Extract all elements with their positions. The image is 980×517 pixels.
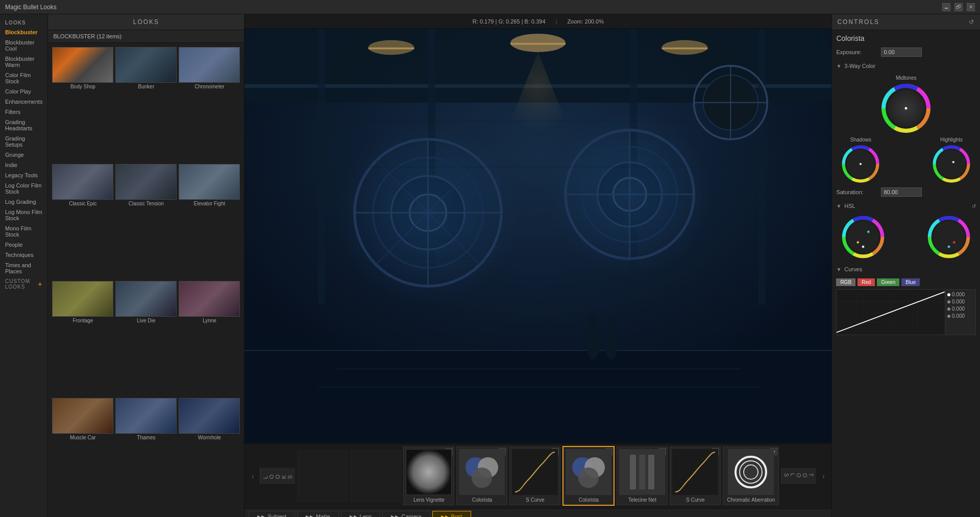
sidebar-item-grunge[interactable]: Grunge (0, 150, 47, 160)
control-tool-title: Colorista (836, 34, 976, 42)
list-item[interactable]: Chronometer (179, 47, 240, 162)
sidebar-item-indie[interactable]: Indie (0, 160, 47, 170)
svg-point-69 (938, 150, 966, 178)
midtones-area: Midtones (836, 75, 976, 134)
look-name: Elevator Fight (194, 200, 226, 207)
shadows-highlights-row: Shadows (836, 137, 976, 183)
curves-svg (837, 290, 945, 335)
tool-empty-slot[interactable] (350, 451, 401, 502)
svg-point-54 (578, 467, 599, 488)
list-item[interactable]: Bunker (115, 47, 177, 162)
scroll-left-arrow[interactable]: ‹ (248, 447, 258, 505)
list-item[interactable]: Elevator Fight (179, 164, 240, 279)
sidebar-item-people[interactable]: People (0, 240, 47, 250)
add-custom-look-icon[interactable]: + (38, 280, 42, 288)
saturation-label: Saturation: (836, 189, 877, 195)
sidebar-item-enhancements[interactable]: Enhancements (0, 97, 47, 107)
preview-image (244, 29, 831, 443)
saturation-input[interactable] (881, 187, 922, 197)
midtones-wheel[interactable] (880, 83, 932, 134)
hsl-wheels-row (836, 215, 976, 259)
shadows-label: Shadows (850, 137, 871, 143)
tool-item-scurve2[interactable]: ✕ S Curve (670, 447, 721, 505)
list-item[interactable]: Body Shop (52, 47, 113, 162)
highlights-wheel[interactable] (932, 145, 971, 183)
nav-subject[interactable]: ▶▶ Subject (249, 511, 295, 517)
nav-camera[interactable]: ▶▶ Camera (382, 511, 430, 517)
tool-item-colorista1[interactable]: ✕ Colorista (456, 447, 507, 505)
preview-area: R: 0.179 | G: 0.265 | B: 0.394 | Zoom: 2… (244, 14, 831, 443)
sidebar-item-log-grading[interactable]: Log Grading (0, 197, 47, 207)
curves-rgb-button[interactable]: RGB (836, 278, 855, 286)
list-item[interactable]: Classic Tension (115, 164, 177, 279)
sidebar-item-grading-headstarts[interactable]: Grading Headstarts (0, 117, 47, 133)
svg-point-59 (740, 461, 762, 483)
curves-green-button[interactable]: Green (877, 278, 899, 286)
tool-chain-area: ‹ LOOKS ✕ (244, 444, 831, 508)
tool-name-colorista2: Colorista (579, 497, 599, 503)
tool-name-scurve1: S Curve (526, 497, 544, 503)
tool-item-scurve1[interactable]: ✕ S Curve (509, 447, 560, 505)
list-item[interactable]: Classic Epic (52, 164, 113, 279)
app-title: Magic Bullet Looks (5, 4, 57, 11)
preview-info: R: 0.179 | G: 0.265 | B: 0.394 | Zoom: 2… (244, 14, 831, 29)
tool-item-telecine[interactable]: ✕ Telecine Net (617, 447, 668, 505)
sidebar-item-grading-setups[interactable]: Grading Setups (0, 133, 47, 150)
hsl-section-header[interactable]: ▼ HSL ↺ (836, 200, 976, 212)
custom-looks-button[interactable]: CUSTOM LOOKS + (0, 276, 47, 292)
tool-item-chromatic[interactable]: ✕ Chromatic Aberration (723, 447, 779, 505)
sidebar-item-legacy-tools[interactable]: Legacy Tools (0, 170, 47, 180)
curves-graph[interactable]: 0.000 0.000 0.000 0.000 (836, 289, 976, 335)
controls-reset-icon[interactable]: ↺ (969, 18, 975, 26)
exposure-label: Exposure: (836, 49, 877, 55)
titlebar: Magic Bullet Looks 🗕 🗗 ✕ (0, 0, 980, 14)
hsl-reset-icon[interactable]: ↺ (972, 203, 976, 209)
restore-button[interactable]: 🗗 (954, 3, 963, 11)
curves-section-header[interactable]: ▼ Curves (836, 263, 976, 275)
tool-name-telecine: Telecine Net (628, 497, 656, 503)
three-way-section-header[interactable]: ▼ 3-Way Color (836, 60, 976, 72)
list-item[interactable]: Frontage (52, 281, 113, 396)
sidebar-item-blockbuster-cool[interactable]: Blockbuster Cool (0, 37, 47, 54)
sidebar-item-mono-film-stock[interactable]: Mono Film Stock (0, 223, 47, 240)
sidebar-item-log-mono-film-stock[interactable]: Log Mono Film Stock (0, 207, 47, 223)
bottom-toolbar: ‹ LOOKS ✕ (244, 443, 831, 517)
curves-blue-button[interactable]: Blue (901, 278, 920, 286)
list-item[interactable]: Lynne (179, 281, 240, 396)
subject-icon: ▶▶ (257, 514, 265, 517)
list-item[interactable]: Live Die (115, 281, 177, 396)
curves-channel-buttons: RGB Red Green Blue (836, 278, 976, 286)
minimize-button[interactable]: 🗕 (942, 3, 950, 11)
sidebar-item-blockbuster[interactable]: Blockbuster (0, 27, 47, 37)
close-button[interactable]: ✕ (967, 3, 975, 11)
sidebar-item-color-film-stock[interactable]: Color Film Stock (0, 70, 47, 86)
vignette-thumb (406, 450, 451, 495)
svg-rect-48 (406, 450, 451, 495)
nav-post[interactable]: ▶▶ Post (432, 511, 471, 517)
tool-empty-slot[interactable] (297, 451, 348, 502)
list-item[interactable]: Wormhole (179, 398, 240, 513)
exposure-input[interactable] (881, 48, 922, 57)
scroll-right-arrow[interactable]: › (818, 447, 828, 505)
shadows-wheel[interactable] (841, 145, 880, 183)
sidebar-item-techniques[interactable]: Techniques (0, 250, 47, 260)
sidebar-item-log-color-film-stock[interactable]: Log Color Film Stock (0, 180, 47, 197)
sidebar-item-filters[interactable]: Filters (0, 107, 47, 117)
svg-rect-56 (639, 455, 645, 489)
sidebar-item-color-play[interactable]: Color Play (0, 86, 47, 97)
tool-name-scurve2: S Curve (686, 497, 704, 503)
three-way-label: 3-Way Color (844, 63, 875, 69)
curves-red-button[interactable]: Red (857, 278, 875, 286)
nav-lens[interactable]: ▶▶ Lens (341, 511, 381, 517)
tool-item-colorista2[interactable]: ✕ Colorista (562, 446, 615, 506)
sidebar-item-times-and-places[interactable]: Times and Places (0, 260, 47, 276)
tool-item-lens-vignette[interactable]: ✕ (403, 447, 454, 505)
look-name: Lynne (203, 317, 216, 324)
hsl-wheel2[interactable] (927, 215, 971, 259)
sidebar-item-blockbuster-warm[interactable]: Blockbuster Warm (0, 54, 47, 70)
hsl-wheel1[interactable] (841, 215, 885, 259)
nav-matte[interactable]: ▶▶ Matte (297, 511, 339, 517)
looks-vertical-label: LOOKS (260, 468, 295, 484)
list-item[interactable]: Thames (115, 398, 177, 513)
list-item[interactable]: Muscle Car (52, 398, 113, 513)
